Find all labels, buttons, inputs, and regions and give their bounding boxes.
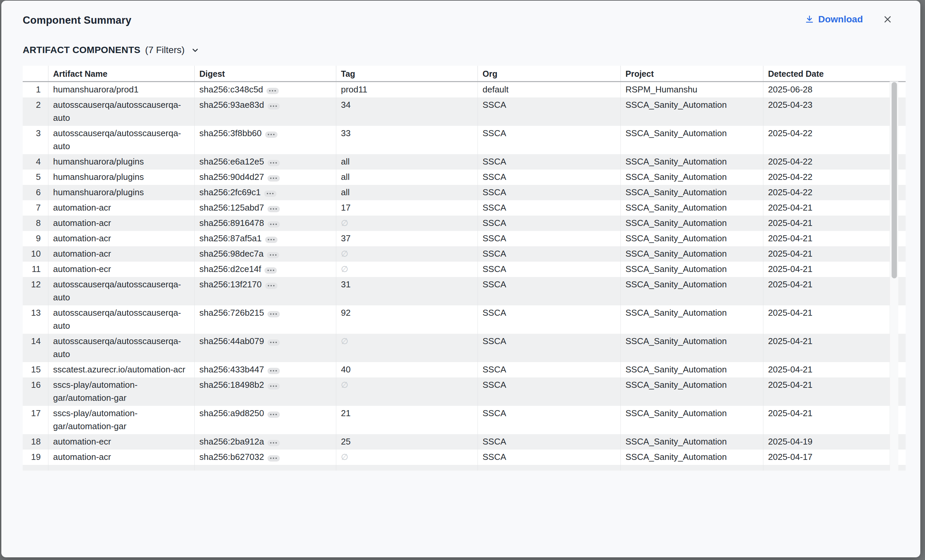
row-index-cell: 1	[23, 82, 48, 98]
digest-more-icon[interactable]	[268, 339, 280, 346]
org-cell: SSCA	[478, 98, 621, 126]
close-button[interactable]	[882, 14, 893, 25]
digest-more-icon[interactable]	[268, 411, 280, 418]
table-body: 1 humanshuarora/prod1 sha256:c348c5d pro…	[23, 82, 905, 471]
table-row: 7 automation-acr sha256:125abd7 17 SSCA …	[23, 200, 905, 216]
digest-value: sha256:125abd7	[199, 203, 264, 213]
table-row: 12 autosscauserqa/autosscauserqa-auto sh…	[23, 277, 905, 305]
table-row: 18 automation-ecr sha256:2ba912a 25 SSCA…	[23, 434, 905, 449]
artifact-name-cell: autosscauserqa/autosscauserqa-auto	[48, 334, 194, 362]
org-cell: SSCA	[478, 231, 621, 246]
digest-cell: sha256:b627032	[194, 449, 336, 465]
artifact-name-cell: automation-acr	[48, 449, 194, 465]
tag-cell: 31	[336, 277, 478, 305]
digest-cell: sha256:90d4d27	[194, 170, 336, 185]
table-row: 17 sscs-play/automation-gar/automation-g…	[23, 406, 905, 434]
artifact-name-cell: autosscauserqa/autosscauserqa-auto	[48, 305, 194, 334]
digest-more-icon[interactable]	[268, 206, 280, 212]
empty-cell	[48, 465, 194, 471]
tag-cell: ∅	[336, 262, 478, 277]
digest-more-icon[interactable]	[267, 88, 279, 94]
org-cell: SSCA	[478, 246, 621, 262]
row-index-cell: 15	[23, 362, 48, 377]
table-row: 16 sscs-play/automation-gar/automation-g…	[23, 377, 905, 406]
table-row: 14 autosscauserqa/autosscauserqa-auto sh…	[23, 334, 905, 362]
project-cell: SSCA_Sanity_Automation	[621, 277, 763, 305]
org-cell: SSCA	[478, 277, 621, 305]
row-index-cell: 18	[23, 434, 48, 449]
digest-more-icon[interactable]	[268, 103, 280, 110]
tag-cell: all	[336, 154, 478, 170]
digest-more-icon[interactable]	[265, 132, 277, 138]
tag-cell: 40	[336, 362, 478, 377]
empty-cell	[194, 465, 336, 471]
project-cell: SSCA_Sanity_Automation	[621, 377, 763, 406]
page-title: Component Summary	[23, 14, 131, 26]
table-row: 10 automation-acr sha256:98dec7a ∅ SSCA …	[23, 246, 905, 262]
digest-value: sha256:44ab079	[199, 336, 264, 346]
detected-date-cell: 2025-04-21	[763, 262, 905, 277]
digest-cell: sha256:726b215	[194, 305, 336, 334]
row-index-cell: 10	[23, 246, 48, 262]
detected-date-cell: 2025-04-21	[763, 246, 905, 262]
artifact-name-cell: automation-acr	[48, 231, 194, 246]
artifact-name-cell: sscs-play/automation-gar/automation-gar	[48, 377, 194, 406]
digest-more-icon[interactable]	[265, 283, 277, 289]
column-header: Detected Date	[763, 66, 905, 81]
digest-more-icon[interactable]	[264, 191, 277, 197]
empty-tag-icon: ∅	[341, 218, 348, 228]
artifact-name-cell: humanshuarora/plugins	[48, 185, 194, 200]
digest-more-icon[interactable]	[268, 311, 280, 317]
org-cell: SSCA	[478, 216, 621, 231]
vertical-scrollbar-thumb[interactable]	[892, 82, 897, 278]
row-index-cell: 2	[23, 98, 48, 126]
digest-value: sha256:8916478	[199, 218, 264, 228]
tag-cell: ∅	[336, 246, 478, 262]
digest-more-icon[interactable]	[268, 383, 280, 389]
tag-cell: prod11	[336, 82, 478, 98]
project-cell: SSCA_Sanity_Automation	[621, 185, 763, 200]
empty-cell	[23, 465, 48, 471]
digest-value: sha256:e6a12e5	[199, 156, 264, 167]
digest-more-icon[interactable]	[268, 368, 280, 374]
chevron-down-icon[interactable]	[191, 46, 200, 55]
detected-date-cell: 2025-04-23	[763, 98, 905, 126]
artifact-name-cell: autosscauserqa/autosscauserqa-auto	[48, 98, 194, 126]
project-cell: SSCA_Sanity_Automation	[621, 406, 763, 434]
column-header: Project	[621, 66, 763, 81]
digest-more-icon[interactable]	[268, 455, 280, 462]
tag-cell: ∅	[336, 377, 478, 406]
vertical-scrollbar-track[interactable]	[890, 81, 898, 471]
digest-cell: sha256:2ba912a	[194, 434, 336, 449]
digest-cell: sha256:98dec7a	[194, 246, 336, 262]
artifact-name-cell: automation-acr	[48, 216, 194, 231]
empty-tag-icon: ∅	[341, 380, 348, 389]
digest-more-icon[interactable]	[265, 237, 277, 243]
digest-value: sha256:c348c5d	[199, 84, 263, 95]
digest-value: sha256:98dec7a	[199, 249, 264, 259]
modal-header-actions: Download	[805, 14, 893, 25]
digest-more-icon[interactable]	[268, 175, 280, 182]
row-index-cell: 19	[23, 449, 48, 465]
detected-date-cell: 2025-04-21	[763, 231, 905, 246]
digest-more-icon[interactable]	[268, 440, 280, 446]
digest-more-icon[interactable]	[268, 221, 280, 228]
org-cell: SSCA	[478, 377, 621, 406]
digest-more-icon[interactable]	[268, 160, 280, 166]
empty-cell	[763, 465, 905, 471]
project-cell: SSCA_Sanity_Automation	[621, 449, 763, 465]
project-cell: SSCA_Sanity_Automation	[621, 154, 763, 170]
table-row: 9 automation-acr sha256:87af5a1 37 SSCA …	[23, 231, 905, 246]
digest-value: sha256:433b447	[199, 365, 264, 374]
org-cell: SSCA	[478, 434, 621, 449]
digest-more-icon[interactable]	[267, 252, 279, 258]
digest-more-icon[interactable]	[265, 267, 277, 274]
org-cell: SSCA	[478, 362, 621, 377]
digest-value: sha256:d2ce14f	[199, 264, 261, 274]
project-cell: RSPM_Humanshu	[621, 82, 763, 98]
detected-date-cell: 2025-06-28	[763, 82, 905, 98]
download-button[interactable]: Download	[805, 14, 863, 25]
project-cell: SSCA_Sanity_Automation	[621, 362, 763, 377]
project-cell: SSCA_Sanity_Automation	[621, 200, 763, 216]
detected-date-cell: 2025-04-21	[763, 277, 905, 305]
